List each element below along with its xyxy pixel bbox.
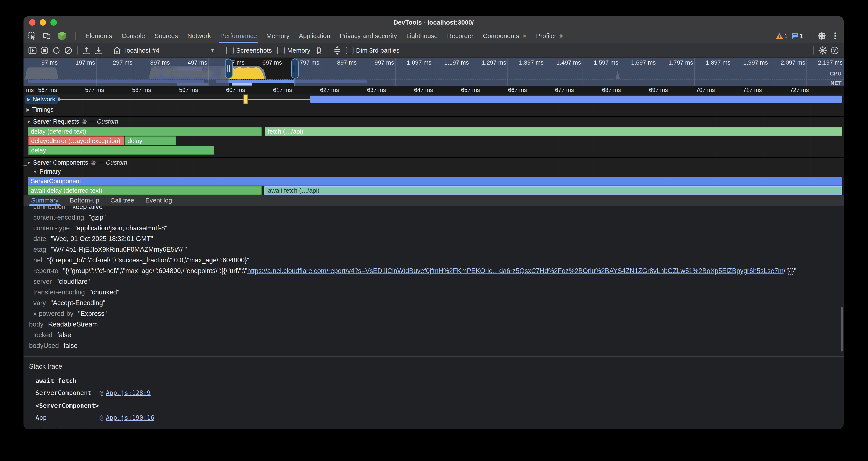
overview-tick-label: 1,097 ms	[407, 59, 431, 66]
timeline-event-bar[interactable]: delay	[125, 137, 176, 145]
overview-tick-label: 1,197 ms	[444, 59, 469, 66]
devtools-tab[interactable]: Components⚛	[478, 29, 531, 43]
expand-triangle-icon[interactable]: ▶	[27, 97, 30, 102]
timeline-tracks[interactable]: ▶ Network ▶ Timings ▼ Server Requests — …	[24, 94, 844, 195]
timeline-overview[interactable]: 97 ms197 ms297 ms397 ms497 ms597 ms697 m…	[24, 58, 844, 86]
ruler-tick-label: 707 ms	[696, 87, 715, 93]
cpu-lane-label: CPU	[830, 70, 841, 77]
history-dropdown[interactable]: localhost #4 ▼	[125, 47, 215, 54]
devtools-window: DevTools - localhost:3000/ ElementsConso…	[24, 16, 844, 429]
capture-settings-gear-icon[interactable]	[818, 46, 828, 55]
titlebar: DevTools - localhost:3000/	[24, 16, 844, 29]
devtools-tab[interactable]: Recorder	[442, 29, 478, 43]
devtools-tab[interactable]: Privacy and security	[335, 29, 402, 43]
server-components-row2: await delay (deferred text)await fetch (…	[24, 186, 844, 195]
warnings-badge[interactable]: 1	[776, 32, 788, 39]
show-ignore-listed-frames-link[interactable]: Show ignore-listed frames	[35, 428, 129, 429]
stack-trace-title: Stack trace	[24, 357, 844, 372]
overview-tick-label: 1,997 ms	[743, 59, 768, 66]
summary-pane[interactable]: connection"keep-alive" content-encoding"…	[24, 206, 844, 429]
inspect-element-icon[interactable]	[27, 31, 37, 40]
kebab-menu-icon[interactable]	[830, 31, 840, 40]
network-long-task-marker[interactable]	[244, 94, 248, 104]
details-tab[interactable]: Event log	[141, 195, 177, 206]
header-row: transfer-encoding"chunked"	[24, 287, 844, 298]
ruler-tick-label: 587 ms	[132, 87, 151, 93]
ruler-tick-label: 697 ms	[649, 87, 668, 93]
dim-3rd-parties-checkbox[interactable]: Dim 3rd parties	[346, 47, 399, 54]
issues-badge[interactable]: 1	[792, 32, 803, 39]
track-label-server-requests[interactable]: ▼ Server Requests — Custom	[27, 118, 118, 125]
header-row: bodyUsedfalse	[24, 340, 844, 351]
load-profile-icon[interactable]	[82, 46, 91, 55]
report-endpoint-link[interactable]: https://a.nel.cloudflare.com/report/v4?s…	[247, 267, 784, 275]
devtools-tab[interactable]: Performance	[216, 29, 261, 43]
network-request-bar[interactable]	[310, 95, 842, 103]
timeline-event-bar[interactable]: await delay (deferred text)	[28, 186, 262, 195]
ruler-tick-label: 687 ms	[602, 87, 621, 93]
selection-handle-right[interactable]	[291, 59, 299, 79]
details-tab[interactable]: Summary	[27, 195, 63, 206]
node-icon[interactable]	[57, 31, 67, 40]
devtools-tabs: ElementsConsoleSourcesNetworkPerformance…	[81, 29, 568, 43]
sidebar-toggle-icon[interactable]	[28, 46, 37, 55]
track-selected-indicator	[24, 165, 27, 166]
checkbox-box	[226, 47, 234, 54]
timeline-event-bar[interactable]: ServerComponent	[28, 177, 842, 185]
overview-tick-label: 2,197 ms	[818, 59, 843, 66]
header-row: nel"{\"report_to\":\"cf-nel\",\"success_…	[24, 255, 844, 265]
collect-garbage-icon[interactable]	[314, 46, 323, 55]
memory-checkbox[interactable]: Memory	[277, 47, 310, 54]
server-requests-row3: delay	[24, 146, 844, 155]
header-row: etag"W/\"4b1-RjEJloX9kRinu6F0MAZMmy6E5iA…	[24, 244, 844, 255]
source-location-link[interactable]: App.js:128:9	[106, 389, 151, 397]
devtools-tab[interactable]: Profiler⚛	[531, 29, 568, 43]
svg-text:?: ?	[833, 48, 836, 53]
devtools-tab[interactable]: Application	[294, 29, 335, 43]
source-location-link[interactable]: App.js:190:16	[106, 414, 154, 421]
close-window-button[interactable]	[29, 19, 35, 26]
collapse-triangle-icon[interactable]: ▼	[27, 160, 31, 165]
help-icon[interactable]: ?	[830, 46, 839, 55]
collapse-triangle-icon[interactable]: ▼	[33, 169, 37, 174]
toggle-device-toolbar-icon[interactable]	[42, 31, 52, 40]
details-scrollbar-thumb[interactable]	[841, 307, 843, 351]
collapse-triangle-icon[interactable]: ▼	[27, 119, 31, 124]
track-label-server-components[interactable]: ▼ Server Components — Custom	[27, 159, 127, 166]
timeline-event-bar[interactable]: fetch (…/api)	[265, 127, 842, 136]
minimize-window-button[interactable]	[40, 19, 46, 26]
devtools-tab[interactable]: Console	[117, 29, 150, 43]
server-requests-row2: delayedError (…ayed exception)delay	[24, 137, 844, 145]
overview-tick-label: 497 ms	[188, 59, 207, 66]
record-and-reload-icon[interactable]	[52, 46, 61, 55]
clear-icon[interactable]	[64, 46, 73, 55]
selection-handle-left[interactable]	[225, 59, 232, 79]
live-metrics-home-icon[interactable]	[112, 46, 122, 55]
expand-triangle-icon[interactable]: ▶	[27, 107, 30, 112]
track-label-network[interactable]: ▶ Network	[25, 95, 58, 104]
details-tab[interactable]: Bottom-up	[65, 195, 104, 206]
record-icon[interactable]	[40, 46, 49, 55]
extension-atom-icon	[90, 160, 96, 166]
settings-gear-icon[interactable]	[817, 31, 827, 40]
details-tab[interactable]: Call tree	[106, 195, 139, 206]
detail-time-ruler[interactable]: ms567 ms577 ms587 ms597 ms607 ms617 ms62…	[24, 86, 844, 94]
screenshots-checkbox[interactable]: Screenshots	[226, 47, 272, 54]
track-label-timings[interactable]: ▶ Timings	[27, 106, 54, 113]
ruler-tick-label: 567 ms	[38, 87, 57, 93]
save-profile-icon[interactable]	[94, 46, 103, 55]
track-label-primary[interactable]: ▼ Primary	[33, 168, 61, 175]
timeline-event-bar[interactable]: delay	[28, 146, 214, 155]
header-row: server"cloudflare"	[24, 276, 844, 287]
zoom-window-button[interactable]	[51, 19, 57, 26]
devtools-tab[interactable]: Network	[183, 29, 216, 43]
timeline-event-bar[interactable]: delayedError (…ayed exception)	[28, 137, 124, 145]
devtools-tab[interactable]: Elements	[81, 29, 117, 43]
compress-tracks-icon[interactable]	[333, 46, 342, 55]
timeline-event-bar[interactable]: delay (deferred text)	[28, 127, 262, 136]
ruler-tick-label: 647 ms	[414, 87, 433, 93]
devtools-tab[interactable]: Sources	[150, 29, 183, 43]
devtools-tab[interactable]: Memory	[261, 29, 294, 43]
devtools-tab[interactable]: Lighthouse	[402, 29, 442, 43]
timeline-event-bar[interactable]: await fetch (…/api)	[265, 186, 842, 195]
